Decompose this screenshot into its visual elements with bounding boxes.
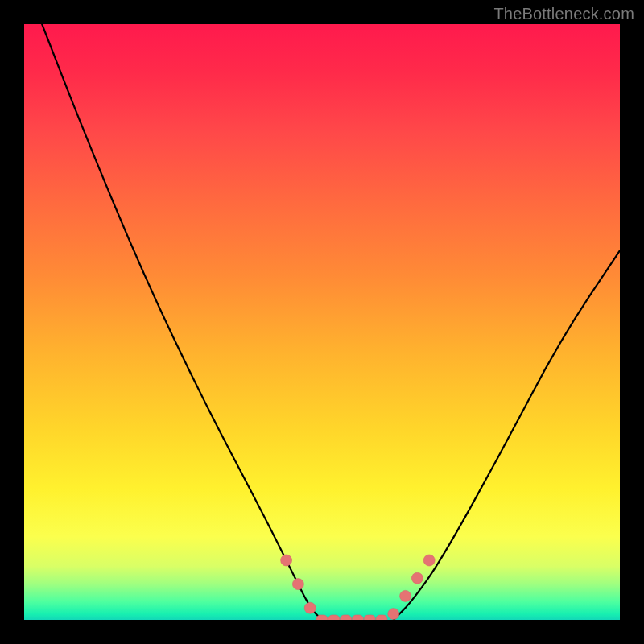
plot-area — [24, 24, 620, 620]
marker-bead — [328, 615, 340, 620]
watermark-text: TheBottleneck.com — [493, 5, 634, 23]
marker-bead — [400, 590, 411, 601]
marker-bead — [292, 579, 303, 590]
marker-bead — [411, 572, 423, 584]
marker-bead — [364, 615, 375, 620]
marker-bead — [376, 615, 387, 620]
marker-bead — [341, 615, 352, 620]
marker-bead — [304, 602, 316, 613]
chart-svg — [24, 24, 620, 620]
marker-bead — [281, 555, 292, 566]
marker-bead — [352, 615, 363, 620]
marker-bead — [423, 555, 435, 566]
curve-left-branch — [42, 24, 322, 620]
chart-frame: TheBottleneck.com — [0, 0, 644, 644]
marker-beads — [281, 555, 436, 620]
marker-bead — [388, 609, 399, 620]
marker-bead — [316, 615, 328, 620]
